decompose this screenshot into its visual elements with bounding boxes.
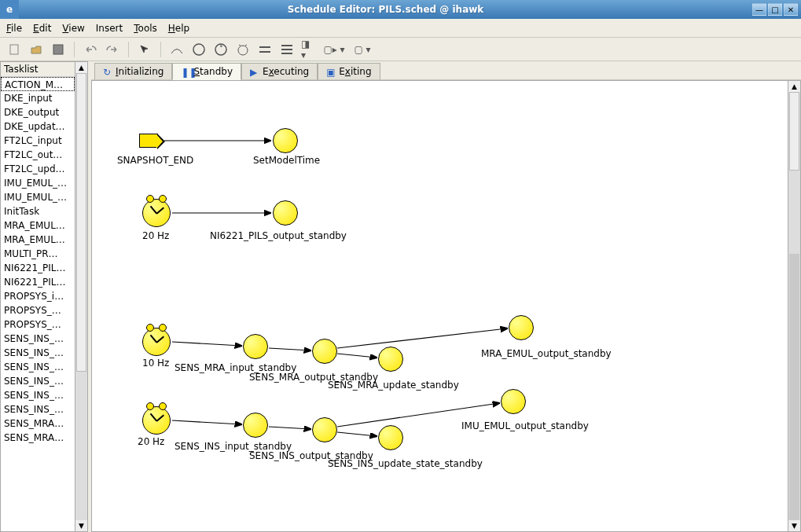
task-node[interactable] (501, 389, 526, 414)
tasklist-item[interactable]: FT2LC_input (1, 134, 75, 148)
tasklist-item[interactable]: IMU_EMUL_… (1, 176, 75, 190)
tasklist-item[interactable]: MRA_EMUL… (1, 233, 75, 247)
tab-initializing[interactable]: ↻Initializing (94, 63, 172, 80)
tab-exiting[interactable]: ▣Exiting (318, 63, 380, 80)
redo-icon[interactable] (105, 42, 120, 57)
start-node[interactable] (139, 134, 158, 148)
menu-tools[interactable]: Tools (134, 23, 157, 34)
svg-line-12 (269, 427, 310, 429)
tasklist-header[interactable]: Tasklist (1, 62, 75, 77)
window-title: Schedule Editor: PILS.sched @ ihawk (19, 4, 752, 15)
lines2-icon[interactable] (257, 42, 273, 57)
tasklist-item[interactable]: MULTI_PR… (1, 247, 75, 261)
tasklist-item[interactable]: SENS_INS_… (1, 346, 75, 360)
tasklist-item[interactable]: PROPSYS_i… (1, 289, 75, 303)
tasklist-item[interactable]: MRA_EMUL… (1, 218, 75, 233)
node-label: 20 Hz (138, 436, 164, 447)
diagram-canvas[interactable]: SNAPSHOT_END SetModelTime 20 Hz NI6221_P… (91, 80, 788, 532)
task-node[interactable] (312, 417, 337, 442)
task-node[interactable] (378, 347, 403, 372)
main-area: Tasklist ACTION_M…DKE_inputDKE_outputDKE… (0, 61, 801, 532)
task-node[interactable] (273, 128, 298, 153)
tasklist-item[interactable]: DKE_updat… (1, 119, 75, 134)
tasklist-scrollbar[interactable]: ▲ ▼ (75, 61, 88, 532)
menubar: File Edit View Insert Tools Help (0, 19, 801, 38)
circle-icon[interactable] (191, 42, 207, 57)
task-node[interactable] (312, 339, 337, 364)
menu-view[interactable]: View (62, 23, 84, 34)
tasklist-item[interactable]: PROPSYS_… (1, 303, 75, 317)
tasklist-item[interactable]: NI6221_PIL… (1, 275, 75, 289)
menu-file[interactable]: File (6, 23, 22, 34)
menu-insert[interactable]: Insert (96, 23, 123, 34)
tasklist-item[interactable]: FT2LC_out… (1, 148, 75, 162)
node-label: MRA_EMUL_output_standby (481, 348, 612, 359)
tasklist-item[interactable]: SENS_MRA… (1, 416, 75, 431)
clock-node[interactable] (142, 199, 171, 227)
undo-icon[interactable] (83, 42, 98, 57)
menu-edit[interactable]: Edit (33, 23, 51, 34)
node-label: SENS_INS_update_state_standby (328, 458, 483, 469)
scroll-track[interactable] (789, 254, 799, 520)
clock-node[interactable] (142, 406, 171, 435)
tasklist-item[interactable]: SENS_MRA… (1, 431, 75, 445)
maximize-button[interactable]: □ (768, 3, 782, 16)
tasklist-item[interactable]: SENS_INS_… (1, 332, 75, 346)
tasklist-item[interactable]: InitTask (1, 204, 75, 218)
arc-icon[interactable] (169, 42, 185, 57)
close-button[interactable]: ✕ (784, 3, 798, 16)
shape3-icon[interactable]: ▢ ▾ (351, 42, 373, 57)
scroll-thumb[interactable] (789, 92, 799, 171)
tasklist-item[interactable]: SENS_INS_… (1, 374, 75, 388)
shape1-icon[interactable]: ◨ ▾ (301, 42, 317, 57)
scroll-thumb[interactable] (76, 73, 86, 372)
pointer-icon[interactable] (137, 42, 152, 57)
clock-node[interactable] (142, 328, 171, 356)
task-node[interactable] (378, 425, 403, 450)
tasklist-item[interactable]: PROPSYS_… (1, 317, 75, 332)
svg-line-10 (337, 328, 507, 348)
task-node[interactable] (243, 413, 268, 438)
tasklist[interactable]: ACTION_M…DKE_inputDKE_outputDKE_updat…FT… (1, 77, 75, 531)
minimize-button[interactable]: — (752, 3, 766, 16)
task-node[interactable] (509, 315, 534, 340)
tasklist-item[interactable]: DKE_output (1, 105, 75, 119)
svg-line-13 (337, 432, 377, 436)
tasklist-item[interactable]: SENS_INS_… (1, 388, 75, 402)
task-node[interactable] (273, 200, 298, 226)
task-node[interactable] (243, 334, 268, 359)
open-icon[interactable] (28, 42, 44, 57)
svg-rect-1 (53, 45, 63, 54)
tabs: ↻Initializing ❚❚Standby ▶Executing ▣Exit… (91, 61, 801, 80)
refresh-icon: ↻ (103, 67, 112, 76)
lines3-icon[interactable] (279, 42, 295, 57)
tasklist-item[interactable]: DKE_input (1, 91, 75, 105)
svg-line-9 (337, 354, 377, 358)
tasklist-item[interactable]: SENS_INS_… (1, 360, 75, 374)
scroll-up-icon[interactable]: ▲ (75, 62, 87, 73)
alarm-icon[interactable] (235, 42, 251, 57)
stop-icon: ▣ (326, 67, 336, 76)
canvas-scrollbar[interactable]: ▲ ▼ (788, 80, 801, 532)
tasklist-item[interactable]: SENS_INS_… (1, 402, 75, 416)
menu-help[interactable]: Help (168, 23, 189, 34)
svg-line-8 (269, 348, 310, 350)
svg-point-2 (193, 44, 204, 55)
node-label: IMU_EMUL_output_standby (461, 420, 589, 431)
tab-executing[interactable]: ▶Executing (241, 63, 318, 80)
scroll-down-icon[interactable]: ▼ (75, 520, 87, 531)
save-icon[interactable] (50, 42, 66, 57)
play-icon: ▶ (250, 67, 259, 76)
node-label: SNAPSHOT_END (117, 155, 193, 166)
scroll-up-icon[interactable]: ▲ (788, 81, 800, 92)
tasklist-item[interactable]: NI6221_PIL… (1, 261, 75, 275)
circle-notch-icon[interactable] (213, 42, 229, 57)
tasklist-item[interactable]: FT2LC_upd… (1, 162, 75, 176)
tasklist-item[interactable]: IMU_EMUL_… (1, 190, 75, 204)
new-icon[interactable] (6, 42, 22, 57)
shape2-icon[interactable]: ▢▸ ▾ (323, 42, 345, 57)
node-label: NI6221_PILS_output_standby (210, 230, 347, 241)
scroll-down-icon[interactable]: ▼ (788, 520, 800, 531)
tasklist-item[interactable]: ACTION_M… (1, 77, 75, 91)
tab-standby[interactable]: ❚❚Standby (172, 63, 241, 80)
